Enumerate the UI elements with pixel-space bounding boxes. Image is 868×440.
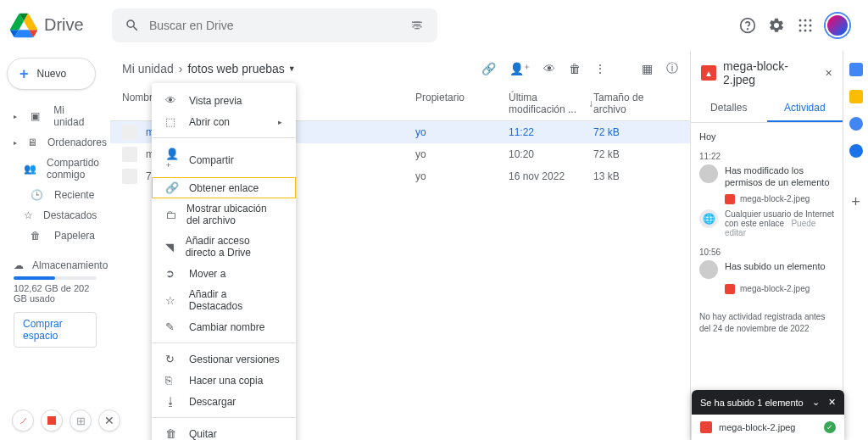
activity-item: 10:56 Has subido un elemento mega-block-… [699, 242, 834, 299]
trash-icon: 🗑 [165, 427, 179, 440]
col-owner[interactable]: Propietario [415, 92, 509, 115]
activity-day: Hoy [699, 131, 834, 142]
user-avatar[interactable] [826, 14, 849, 37]
activity-item: 11:22 Has modificado los permisos de un … [699, 147, 834, 242]
cm-share[interactable]: 👤⁺Compartir [152, 143, 296, 177]
chevron-right-icon: ▸ [278, 118, 282, 126]
image-file-icon [725, 284, 735, 294]
cm-get-link[interactable]: 🔗Obtener enlace [152, 177, 296, 198]
image-file-icon: ▲ [701, 65, 716, 81]
apps-icon[interactable] [797, 17, 814, 34]
nav-my-drive[interactable]: ▸▣Mi unidad [7, 100, 103, 132]
svg-point-5 [799, 24, 802, 26]
nav-recent[interactable]: 🕒Reciente [7, 185, 103, 205]
cm-manage-versions[interactable]: ↻Gestionar versiones [152, 348, 296, 370]
open-with-icon: ⬚ [165, 115, 179, 128]
tab-activity[interactable]: Actividad [767, 95, 843, 122]
stop-button[interactable] [41, 409, 63, 432]
chevron-right-icon: › [179, 62, 183, 75]
plus-icon: + [19, 65, 29, 83]
keep-app-icon[interactable] [849, 90, 863, 103]
rename-icon: ✎ [165, 320, 179, 333]
close-icon[interactable]: ✕ [828, 397, 836, 408]
svg-point-6 [804, 24, 807, 26]
svg-point-8 [799, 29, 802, 31]
new-button[interactable]: + Nuevo [7, 58, 96, 90]
settings-icon[interactable] [768, 17, 785, 34]
details-panel: ▲ mega-block-2.jpeg ✕ Detalles Actividad… [690, 51, 843, 440]
cm-add-shortcut[interactable]: ◥Añadir acceso directo a Drive [152, 231, 296, 263]
recording-controls: ⟋ ⊞ ✕ [12, 409, 120, 432]
sidebar: + Nuevo ▸▣Mi unidad ▸🖥Ordenadores 👥Compa… [0, 51, 110, 440]
help-icon[interactable] [739, 17, 756, 34]
image-file-icon [700, 421, 712, 433]
buy-storage-button[interactable]: Comprar espacio [14, 312, 97, 348]
upload-toast: Se ha subido 1 elemento ⌄ ✕ mega-block-2… [692, 390, 844, 440]
user-avatar-icon [699, 164, 718, 183]
app-header: Drive [0, 0, 868, 51]
crumb-current[interactable]: fotos web pruebas ▼ [187, 62, 295, 75]
close-panel-icon[interactable]: ✕ [825, 68, 832, 79]
activity-feed: Hoy 11:22 Has modificado los permisos de… [691, 123, 843, 343]
search-input[interactable] [149, 19, 409, 32]
cloud-icon: ☁ [14, 259, 24, 271]
col-modified[interactable]: Última modificación ...↓ [509, 92, 593, 115]
drive-logo-icon [10, 12, 37, 39]
cm-download[interactable]: ⭳Descargar [152, 391, 296, 412]
svg-point-1 [748, 28, 748, 29]
move-icon: ➲ [165, 267, 179, 280]
cm-rename[interactable]: ✎Cambiar nombre [152, 316, 296, 337]
cm-move-to[interactable]: ➲Mover a [152, 263, 296, 284]
storage-usage: 102,62 GB de 202 GB usado [14, 283, 97, 304]
cm-make-copy[interactable]: ⎘Hacer una copia [152, 370, 296, 391]
globe-icon: 🌐 [699, 209, 718, 228]
cm-show-location[interactable]: 🗀Mostrar ubicación del archivo [152, 198, 296, 231]
col-size[interactable]: Tamaño de archivo [593, 92, 678, 115]
toast-title: Se ha subido 1 elemento [700, 398, 812, 408]
search-icon [124, 17, 141, 34]
tasks-app-icon[interactable] [849, 117, 863, 131]
new-button-label: Nuevo [37, 68, 67, 80]
grid-button[interactable]: ⊞ [70, 409, 92, 432]
nav-shared[interactable]: 👥Compartido conmigo [7, 153, 103, 185]
svg-point-4 [810, 19, 812, 21]
more-icon[interactable]: ⋮ [594, 62, 606, 75]
search-bar[interactable] [112, 8, 437, 42]
nav-computers[interactable]: ▸🖥Ordenadores [7, 132, 103, 153]
header-actions [739, 14, 849, 37]
nav-starred[interactable]: ☆Destacados [7, 205, 103, 226]
link-icon[interactable]: 🔗 [481, 62, 496, 75]
storage-section: ☁Almacenamiento 102,62 GB de 202 GB usad… [7, 259, 103, 348]
info-icon[interactable]: ⓘ [666, 61, 678, 76]
star-icon: ☆ [165, 294, 179, 307]
nav-trash[interactable]: 🗑Papelera [7, 226, 103, 246]
share-person-icon[interactable]: 👤⁺ [509, 62, 530, 75]
folder-icon: 🗀 [165, 209, 176, 221]
cm-add-starred[interactable]: ☆Añadir a Destacados [152, 284, 296, 316]
add-app-icon[interactable]: + [849, 193, 863, 207]
shortcut-icon: ◥ [165, 241, 175, 253]
cm-remove[interactable]: 🗑Quitar [152, 423, 296, 440]
logo-area[interactable]: Drive [10, 12, 112, 39]
svg-point-2 [799, 19, 802, 21]
svg-point-3 [804, 19, 807, 21]
svg-point-7 [810, 24, 812, 26]
file-thumbnail-icon [122, 169, 137, 184]
contacts-app-icon[interactable] [849, 144, 863, 158]
tab-details[interactable]: Detalles [691, 95, 767, 122]
cm-open-with[interactable]: ⬚Abrir con▸ [152, 111, 296, 132]
search-options-icon[interactable] [409, 17, 426, 34]
download-icon: ⭳ [165, 395, 179, 408]
calendar-app-icon[interactable] [849, 63, 863, 76]
preview-eye-icon[interactable]: 👁 [543, 62, 555, 75]
side-rail: + [843, 51, 868, 440]
crumb-root[interactable]: Mi unidad [122, 62, 174, 75]
chevron-down-icon[interactable]: ⌄ [812, 397, 820, 408]
cm-preview[interactable]: 👁Vista previa [152, 90, 296, 111]
grid-view-icon[interactable]: ▦ [642, 62, 653, 75]
close-button[interactable]: ✕ [98, 409, 120, 432]
record-button[interactable]: ⟋ [12, 409, 34, 432]
delete-icon[interactable]: 🗑 [569, 62, 581, 75]
copy-icon: ⎘ [165, 374, 179, 387]
toast-file-row[interactable]: mega-block-2.jpeg ✓ [692, 415, 844, 440]
